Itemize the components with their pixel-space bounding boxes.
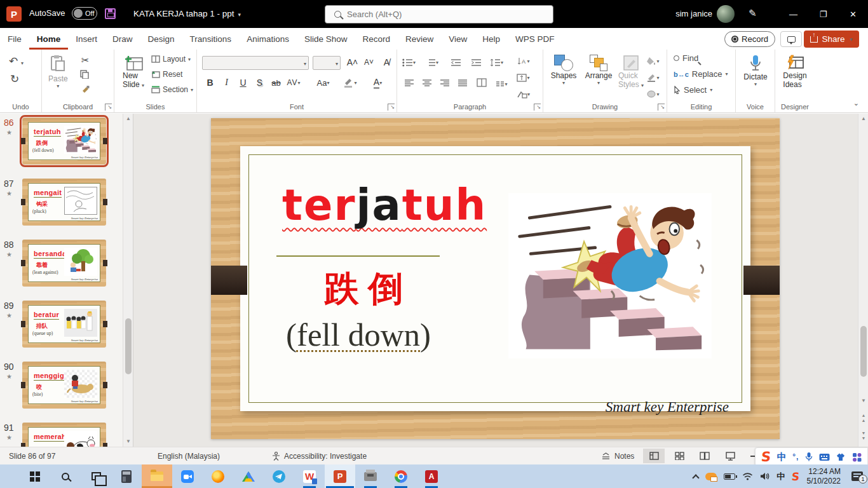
numbering-button[interactable]: ▾ bbox=[424, 55, 440, 70]
normal-view-button[interactable] bbox=[643, 449, 665, 463]
paste-button[interactable]: Paste▾ bbox=[48, 50, 68, 103]
notes-button[interactable]: Notes bbox=[601, 447, 634, 464]
comments-button[interactable] bbox=[780, 31, 802, 47]
line-spacing-button[interactable]: ▾ bbox=[489, 55, 505, 70]
slide-canvas[interactable]: Smart key Enterprise terjatuh 跌倒 (fell d… bbox=[133, 114, 858, 447]
columns-button[interactable] bbox=[473, 75, 489, 90]
find-button[interactable]: Find bbox=[674, 53, 698, 63]
slide-indicator[interactable]: Slide 86 of 97 bbox=[9, 447, 55, 464]
search-box[interactable] bbox=[325, 5, 553, 24]
font-size-combobox[interactable]: ▾ bbox=[313, 56, 341, 70]
input-language-indicator[interactable]: 中 bbox=[776, 471, 785, 482]
align-right-button[interactable] bbox=[437, 75, 452, 90]
convert-to-smartart-button[interactable]: ▾ bbox=[515, 86, 531, 102]
wps-office-taskbar-icon[interactable]: W bbox=[294, 464, 325, 488]
shape-fill-button[interactable]: ▾ bbox=[645, 53, 661, 69]
section-button[interactable]: Section▾ bbox=[151, 85, 193, 94]
save-icon[interactable] bbox=[105, 8, 116, 19]
thumbnail-slide-88[interactable]: 88★ bersandar 靠着 (lean against) Smart ke… bbox=[0, 238, 121, 293]
scroll-up-arrow-icon[interactable]: ▲ bbox=[123, 114, 133, 124]
slide-show-button[interactable] bbox=[719, 449, 741, 463]
taskbar-search-button[interactable] bbox=[50, 464, 81, 488]
justify-button[interactable] bbox=[454, 75, 470, 90]
tab-record[interactable]: Record bbox=[355, 28, 398, 50]
wifi-icon[interactable] bbox=[742, 472, 753, 480]
collapse-ribbon-chevron-icon[interactable]: ⌄ bbox=[853, 99, 859, 107]
google-drive-taskbar-icon[interactable] bbox=[233, 464, 264, 488]
increase-font-size-button[interactable]: A˄ bbox=[344, 55, 360, 70]
english-textbox[interactable]: (fell down) bbox=[286, 316, 431, 353]
scroll-down-arrow-icon[interactable]: ▼ bbox=[858, 396, 868, 406]
close-button[interactable]: ✕ bbox=[838, 0, 868, 28]
restore-button[interactable]: ❐ bbox=[808, 0, 838, 28]
text-direction-button[interactable]: A▾ bbox=[515, 53, 531, 69]
firefox-taskbar-icon[interactable] bbox=[203, 464, 233, 488]
acrobat-taskbar-icon[interactable]: A bbox=[416, 464, 447, 488]
drawing-dialog-launcher[interactable]: ↘ bbox=[658, 104, 665, 111]
shape-effects-button[interactable]: ▾ bbox=[645, 86, 661, 102]
reading-view-button[interactable] bbox=[694, 449, 715, 463]
cut-button[interactable]: ✂ bbox=[81, 55, 90, 66]
language-indicator[interactable]: English (Malaysia) bbox=[158, 447, 220, 464]
bold-button[interactable]: B bbox=[202, 75, 218, 90]
falling-man-image[interactable] bbox=[508, 193, 712, 358]
share-button[interactable]: Share▾ bbox=[804, 30, 859, 48]
reset-button[interactable]: Reset bbox=[151, 70, 182, 79]
design-ideas-button[interactable]: DesignIdeas bbox=[776, 50, 813, 103]
show-hidden-icons-chevron[interactable] bbox=[693, 474, 700, 481]
scrollbar-thumb[interactable] bbox=[125, 318, 132, 374]
paragraph-dialog-launcher[interactable]: ↘ bbox=[534, 104, 541, 111]
clipboard-dialog-launcher[interactable]: ↘ bbox=[105, 104, 112, 111]
autosave-toggle[interactable]: Off bbox=[72, 7, 97, 20]
quick-styles-button[interactable]: QuickStyles ▾ bbox=[616, 50, 646, 103]
sogou-logo-icon[interactable]: S bbox=[761, 449, 772, 464]
italic-button[interactable]: I bbox=[219, 75, 234, 90]
next-slide-button[interactable]: ▼▼ bbox=[858, 429, 868, 439]
bullets-button[interactable]: ▾ bbox=[401, 55, 417, 70]
tab-wps-pdf[interactable]: WPS PDF bbox=[508, 28, 562, 50]
font-name-combobox[interactable]: ▾ bbox=[202, 56, 309, 70]
file-explorer-taskbar-icon[interactable] bbox=[142, 464, 172, 488]
telegram-taskbar-icon[interactable] bbox=[264, 464, 294, 488]
scroll-down-arrow-icon[interactable]: ▼ bbox=[123, 437, 133, 447]
text-shadow-button[interactable]: S bbox=[252, 75, 268, 90]
align-left-button[interactable] bbox=[401, 75, 417, 90]
tab-help[interactable]: Help bbox=[475, 28, 508, 50]
calculator-taskbar-icon[interactable] bbox=[111, 464, 142, 488]
scanner-device-taskbar-icon[interactable] bbox=[355, 464, 386, 488]
volume-icon[interactable] bbox=[760, 472, 770, 480]
slide-scrollbar[interactable]: ▲ ▼ ▲▲ ▼▼ bbox=[858, 114, 868, 447]
strikethrough-button[interactable]: ab bbox=[268, 75, 284, 90]
cloud-mail-tray-icon[interactable] bbox=[705, 473, 717, 480]
layout-button[interactable]: Layout▾ bbox=[151, 55, 191, 64]
arrange-button[interactable]: Arrange▾ bbox=[581, 50, 616, 103]
text-highlight-button[interactable]: ▾ bbox=[342, 75, 358, 90]
align-text-button[interactable]: ▾ bbox=[515, 70, 531, 85]
character-spacing-button[interactable]: AV▾ bbox=[286, 75, 302, 90]
shape-outline-button[interactable]: ▾ bbox=[645, 70, 661, 85]
tab-transitions[interactable]: Transitions bbox=[182, 28, 240, 50]
thumbnail-scrollbar[interactable]: ▲ ▼ bbox=[123, 114, 133, 447]
tab-file[interactable]: File bbox=[0, 28, 29, 50]
scrollbar-thumb[interactable] bbox=[860, 326, 867, 377]
action-center-button[interactable]: 1 bbox=[851, 471, 863, 481]
coming-soon-megaphone-icon[interactable]: ✎ bbox=[749, 8, 761, 20]
copy-button[interactable] bbox=[80, 70, 89, 79]
redo-button[interactable]: ↻ bbox=[10, 72, 19, 86]
thumbnail-slide-87[interactable]: 87★ mengait 钩采 (pluck) Smart key Enterpr… bbox=[0, 177, 121, 232]
clock[interactable]: 12:24 AM5/10/2022 bbox=[807, 467, 841, 486]
search-input[interactable] bbox=[347, 10, 525, 19]
previous-slide-button[interactable]: ▲▲ bbox=[858, 411, 868, 421]
slide-sorter-view-button[interactable] bbox=[668, 449, 690, 463]
ime-microphone-icon[interactable] bbox=[805, 452, 813, 462]
title-word-textbox[interactable]: terjatuh bbox=[282, 180, 487, 230]
tab-animations[interactable]: Animations bbox=[239, 28, 297, 50]
decrease-indent-button[interactable] bbox=[448, 55, 464, 70]
format-painter-button[interactable] bbox=[81, 85, 90, 94]
font-dialog-launcher[interactable]: ↘ bbox=[388, 104, 395, 111]
scroll-up-arrow-icon[interactable]: ▲ bbox=[858, 114, 868, 124]
slide-86-editing-surface[interactable]: Smart key Enterprise terjatuh 跌倒 (fell d… bbox=[211, 118, 780, 439]
powerpoint-app-icon[interactable]: P bbox=[6, 6, 22, 22]
thumbnail-slide-91[interactable]: 91★ memerah bbox=[0, 421, 121, 447]
tab-design[interactable]: Design bbox=[140, 28, 182, 50]
